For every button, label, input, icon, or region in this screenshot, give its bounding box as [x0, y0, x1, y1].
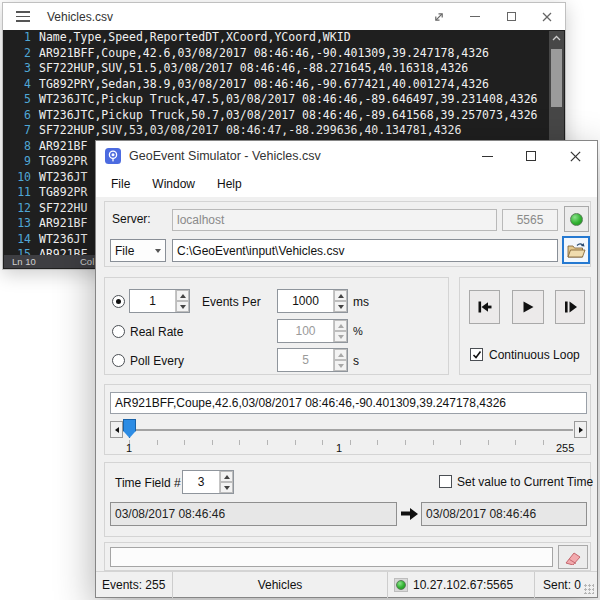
slider-thumb[interactable]: [123, 419, 136, 438]
slider-track[interactable]: [124, 429, 573, 431]
spin-up-icon: [334, 349, 347, 360]
line-text: WT236JT: [39, 170, 87, 186]
editor-line: 7SF722HUP,SUV,53,03/08/2017 08:46:47,-88…: [3, 123, 565, 139]
line-number: 6: [3, 108, 31, 124]
app-maximize-button[interactable]: [509, 141, 553, 171]
line-number: 8: [3, 139, 31, 155]
feed-name-status: Vehicles: [172, 572, 387, 598]
step-forward-icon: [562, 299, 578, 315]
poll-unit-label: s: [353, 354, 359, 368]
slider-right-button[interactable]: [574, 421, 587, 438]
time-group: Time Field # 3 Set value to Current Time…: [104, 462, 591, 537]
skip-to-start-icon: [477, 299, 493, 315]
spin-down-icon[interactable]: [176, 301, 189, 312]
file-path-input[interactable]: C:\GeoEvent\input\Vehicles.csv: [172, 239, 558, 262]
poll-value: 5: [278, 349, 333, 371]
scroll-up-icon[interactable]: [549, 34, 564, 46]
time-from-field[interactable]: 03/08/2017 08:46:46: [110, 502, 397, 526]
line-indicator: Ln 10: [12, 256, 36, 267]
playback-group: Continuous Loop: [459, 277, 591, 375]
real-rate-unit-label: %: [353, 325, 363, 337]
scrollbar-thumb[interactable]: [551, 49, 562, 107]
line-number: 11: [3, 185, 31, 201]
menu-window[interactable]: Window: [141, 177, 206, 191]
minimize-icon: [470, 16, 480, 17]
editor-line: 3SF722HUP,SUV,51.5,03/08/2017 08:46:46,-…: [3, 61, 565, 77]
arrow-right-icon: [401, 507, 418, 521]
minimize-icon: [482, 156, 493, 157]
output-field[interactable]: [110, 547, 553, 567]
editor-minimize-button[interactable]: [457, 3, 493, 30]
step-button[interactable]: [555, 290, 585, 324]
events-count-spinner[interactable]: 1: [129, 289, 190, 313]
set-current-time-checkbox[interactable]: [439, 475, 452, 488]
editor-line: 5WT236JTC,Pickup Truck,47.5,03/08/2017 0…: [3, 92, 565, 108]
continuous-loop-label: Continuous Loop: [489, 348, 580, 362]
server-port-input[interactable]: 5565: [502, 209, 558, 231]
menu-file[interactable]: File: [96, 177, 141, 191]
events-per-radio[interactable]: [112, 295, 125, 308]
browse-button[interactable]: [562, 236, 590, 264]
rate-group: 1 Events Per 1000 ms Real Rate 100 % Pol…: [104, 277, 449, 375]
line-number: 1: [3, 30, 31, 46]
app-icon: [105, 148, 121, 164]
line-text: WT236JT: [39, 232, 87, 248]
play-button[interactable]: [512, 290, 544, 324]
resize-grip[interactable]: [584, 584, 594, 594]
endpoint-text: 10.27.102.67:5565: [413, 578, 513, 592]
line-text: AR921BF: [39, 247, 87, 255]
line-number: 5: [3, 92, 31, 108]
go-to-start-button[interactable]: [469, 290, 500, 324]
interval-spinner[interactable]: 1000: [277, 289, 348, 313]
line-number: 3: [3, 61, 31, 77]
spin-down-icon[interactable]: [334, 301, 347, 312]
real-rate-spinner: 100: [277, 319, 348, 343]
continuous-loop-checkbox[interactable]: [470, 348, 483, 361]
clear-button[interactable]: [558, 545, 588, 569]
spin-up-icon[interactable]: [176, 290, 189, 301]
slider-left-button[interactable]: [110, 421, 123, 438]
editor-expand-button[interactable]: [421, 3, 457, 30]
line-text: SF722HUP,SUV,51.5,03/08/2017 08:46:46,-8…: [39, 61, 468, 77]
time-field-value: 3: [183, 471, 219, 493]
current-event-field[interactable]: AR921BFF,Coupe,42.6,03/08/2017 08:46:46,…: [110, 392, 587, 414]
line-text: AR921BF: [39, 216, 87, 232]
time-to-field[interactable]: 03/08/2017 08:46:46: [421, 502, 587, 526]
poll-every-radio[interactable]: [112, 354, 125, 367]
line-number: 7: [3, 123, 31, 139]
source-type-value: File: [115, 244, 134, 258]
source-type-select[interactable]: File: [110, 239, 166, 262]
app-minimize-button[interactable]: [465, 141, 509, 171]
time-field-spinner[interactable]: 3: [182, 470, 234, 494]
poll-every-label: Poll Every: [130, 354, 184, 368]
arrow-left-icon: [115, 427, 119, 433]
line-number: 13: [3, 216, 31, 232]
spin-up-icon[interactable]: [220, 471, 233, 482]
spin-down-icon[interactable]: [220, 482, 233, 493]
server-host-input[interactable]: localhost: [172, 209, 497, 231]
interval-value: 1000: [278, 290, 333, 312]
app-close-button[interactable]: [553, 141, 597, 171]
arrow-right-icon: [579, 427, 583, 433]
line-number: 15: [3, 247, 31, 255]
spin-up-icon[interactable]: [334, 290, 347, 301]
editor-maximize-button[interactable]: [493, 3, 529, 30]
menu-help[interactable]: Help: [206, 177, 253, 191]
slider-ticks: [129, 440, 569, 445]
editor-close-button[interactable]: [529, 3, 565, 30]
line-text: TG892PRY,Sedan,38.9,03/08/2017 08:46:46,…: [39, 77, 489, 93]
eraser-icon: [564, 550, 582, 565]
chevron-down-icon: [155, 249, 161, 253]
line-text: TG892PR: [39, 185, 87, 201]
col-indicator: Col: [80, 256, 94, 267]
connect-button[interactable]: [564, 206, 589, 232]
endpoint-status: 10.27.102.67:5565: [387, 572, 534, 598]
line-text: WT236JTC,Pickup Truck,50.7,03/08/2017 08…: [39, 108, 538, 124]
menu-icon[interactable]: [16, 11, 30, 22]
real-rate-radio[interactable]: [112, 325, 125, 338]
real-rate-label: Real Rate: [130, 325, 183, 339]
line-number: 9: [3, 154, 31, 170]
real-rate-value: 100: [278, 320, 333, 342]
app-statusbar: Events: 255 Vehicles 10.27.102.67:5565 S…: [96, 571, 597, 597]
app-title: GeoEvent Simulator - Vehicles.csv: [129, 149, 321, 163]
